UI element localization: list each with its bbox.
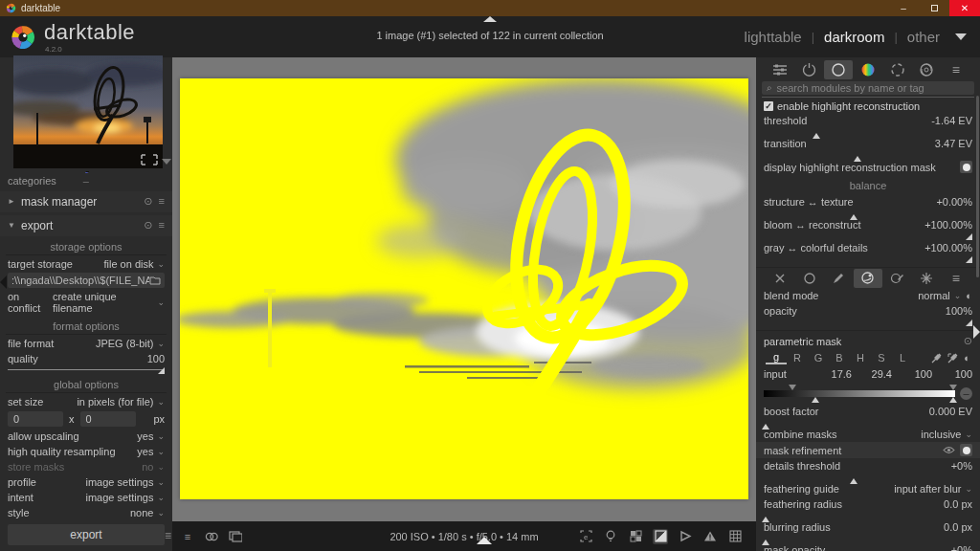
presets-icon[interactable]: ≡ [159,219,165,231]
folder-icon[interactable] [149,276,161,285]
combine-masks-value[interactable]: inclusive [921,429,961,440]
minimize-button[interactable]: – [888,0,919,16]
channel-tab-g[interactable]: g [766,351,787,364]
grad-marker-high[interactable] [949,385,957,390]
mask-opacity-row[interactable]: mask opacity +0% [756,542,980,551]
blend-raster-mask-icon[interactable] [912,269,941,288]
blend-parametric-mask-icon[interactable] [854,269,882,288]
left-panel-collapse-arrow[interactable] [0,276,7,289]
structure-texture-row[interactable]: structure ↔ texture +0.00% [756,194,980,209]
grading-modules-group-icon[interactable] [854,60,882,79]
channel-tab-L[interactable]: L [892,352,913,364]
gray-colorful-row[interactable]: gray ↔ colorful details +100.00% [756,240,980,255]
style-row[interactable]: style none ⌄ [0,505,172,520]
on-conflict-row[interactable]: on conflict create unique filename ⌄ [0,289,172,316]
thumbnail-expand-icon[interactable] [162,159,171,165]
parametric-mask-header[interactable]: parametric mask ⊙ [756,330,980,349]
blend-mode-value[interactable]: normal [918,290,950,301]
intent-row[interactable]: intent image settings ⌄ [0,490,172,505]
view-tab-darkroom[interactable]: darkroom [824,29,884,45]
right-panel-scrollbar[interactable] [976,96,979,277]
blend-mode-row[interactable]: blend mode normal ⌄ ◐ [756,288,980,303]
grad-marker-low[interactable] [789,385,796,390]
enable-highlight-reconstruction-row[interactable]: ✓ enable highlight reconstruction [756,98,980,113]
blend-presets-icon[interactable]: ≡ [942,269,970,288]
set-size-row[interactable]: set size in pixels (for file) ⌄ [0,394,172,409]
presets-icon[interactable]: ≡ [159,195,165,208]
effects-modules-group-icon[interactable] [883,60,912,79]
allow-upscaling-row[interactable]: allow upscaling yes ⌄ [0,429,172,444]
hq-resampling-row[interactable]: high quality resampling yes ⌄ [0,444,172,459]
color-picker-icon[interactable] [931,352,943,364]
mask-manager-header[interactable]: ► mask manager ⊙ ≡ [0,191,172,212]
export-path-value[interactable]: :\\ngada\\Desktop\\$(FILE_NAME) [11,275,149,286]
show-mask-eye-icon[interactable] [943,446,955,454]
maximize-button[interactable] [919,0,949,16]
threshold-row[interactable]: threshold -1.64 EV [756,113,980,128]
style-value[interactable]: none [130,507,153,518]
file-format-row[interactable]: file format JPEG (8-bit) ⌄ [0,336,172,351]
transition-row[interactable]: transition 3.47 EV [756,136,980,151]
target-storage-value[interactable]: file on disk [103,258,153,270]
grad-marker-high-feather[interactable] [949,397,957,403]
reset-icon[interactable]: ⊙ [144,195,152,208]
technical-modules-group-icon[interactable] [824,60,853,79]
categories-collapse-icon[interactable]: – [83,175,89,187]
darkroom-canvas[interactable] [172,57,756,521]
export-header[interactable]: ▼ export ⊙ ≡ [0,215,172,236]
hq-resampling-value[interactable]: yes [137,446,153,457]
file-format-value[interactable]: JPEG (8-bit) [96,338,154,349]
feathering-guide-value[interactable]: input after blur [894,483,961,495]
view-tab-other[interactable]: other [907,29,940,45]
image-highlight-mask-view[interactable] [180,78,748,499]
feathering-radius-row[interactable]: feathering radius 0.0 px [756,496,980,512]
bloom-reconstruct-row[interactable]: bloom ↔ reconstruct +100.00% [756,217,980,232]
blend-order-icon[interactable]: ◐ [966,290,972,301]
profile-row[interactable]: profile image settings ⌄ [0,474,172,490]
set-size-value[interactable]: in pixels (for file) [77,396,153,408]
display-mask-toggle[interactable] [960,161,972,173]
blend-drawn-mask-icon[interactable] [824,269,853,288]
channel-tab-B[interactable]: B [829,352,850,364]
channel-tab-G[interactable]: G [808,352,829,364]
mask-refinement-row[interactable]: mask refinement [756,442,980,458]
on-conflict-value[interactable]: create unique filename [53,291,154,314]
export-button[interactable]: export ≡ [8,524,165,545]
invert-polarity-button[interactable]: – [960,387,972,400]
special-modules-group-icon[interactable] [912,60,941,79]
channel-tab-R[interactable]: R [787,352,808,364]
blurring-radius-row[interactable]: blurring radius 0.0 px [756,519,980,535]
expand-down-icon[interactable]: ▼ [8,221,21,230]
quality-row[interactable]: quality 100 [0,351,172,366]
boost-factor-row[interactable]: boost factor 0.000 EV [756,404,980,419]
display-reconstruction-mask-row[interactable]: display highlight reconstruction mask [756,159,980,175]
views-dropdown-icon[interactable] [955,33,967,40]
parametric-gradient-slider[interactable] [764,390,955,397]
expand-right-icon[interactable]: ► [8,197,21,206]
categories-section[interactable]: categories – [0,173,172,188]
opacity-row[interactable]: opacity 100% [756,303,980,319]
channel-tab-H[interactable]: H [850,352,871,364]
feathering-guide-row[interactable]: feathering guide input after blur ⌄ [756,481,980,496]
navigation-thumbnail[interactable] [13,55,163,168]
height-field[interactable]: 0 [80,411,136,427]
filmstrip-expand-arrow[interactable] [477,537,492,544]
details-threshold-row[interactable]: details threshold +0% [756,458,980,474]
presets-icon[interactable]: ≡ [165,529,171,542]
checkbox-checked-icon[interactable]: ✓ [764,101,773,111]
blend-off-icon[interactable] [766,269,794,288]
profile-value[interactable]: image settings [86,476,154,488]
top-panel-collapse-arrow[interactable] [483,16,497,22]
blend-drawn-parametric-icon[interactable] [883,269,912,288]
area-picker-icon[interactable] [947,352,959,364]
channel-tab-S[interactable]: S [871,352,892,364]
view-tab-lighttable[interactable]: lighttable [745,29,802,45]
quick-access-icon[interactable] [766,60,794,79]
reset-icon[interactable]: ⊙ [144,219,152,231]
export-path-field[interactable]: :\\ngada\\Desktop\\$(FILE_NAME) [8,273,165,288]
grad-marker-low-feather[interactable] [812,397,819,403]
module-search-field[interactable]: ⌕ search modules by name or tag [762,81,974,95]
target-storage-row[interactable]: target storage file on disk ⌄ [0,256,172,272]
intent-value[interactable]: image settings [86,492,154,503]
blend-uniform-icon[interactable] [795,269,824,288]
